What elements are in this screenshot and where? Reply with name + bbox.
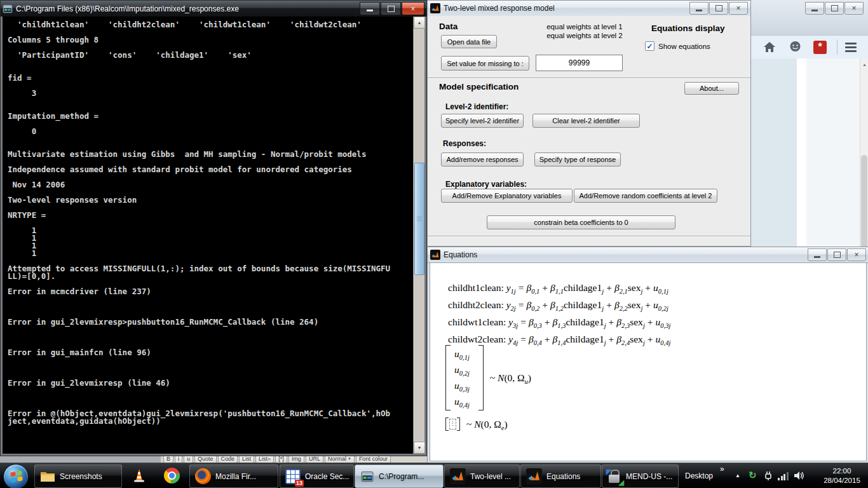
dropdown-icon: ▼ <box>348 457 351 461</box>
matlab-icon <box>450 468 466 484</box>
missing-value-input[interactable] <box>536 55 623 71</box>
explanatory-variables-label: Explanatory variables: <box>445 180 527 189</box>
tray-sync-icon[interactable]: ↻ <box>749 470 757 481</box>
equation-line-1: childht1clean: y1j=β0,1+β1,1childage1j+β… <box>448 282 668 294</box>
model-dialog-window: Two-level mixed response model × Data eq… <box>427 0 751 247</box>
scroll-down-button[interactable]: ▼ <box>414 442 425 454</box>
equations-content: childht1clean: y1j=β0,1+β1,1childage1j+β… <box>430 262 867 461</box>
dialog-title: Two-level mixed response model <box>444 4 686 13</box>
tray-volume-icon[interactable] <box>793 470 804 481</box>
browser-close-button[interactable]: × <box>844 2 864 15</box>
residual-distribution: ~ N(0, Ωe) <box>445 417 508 431</box>
console-titlebar: C:\Program Files (x86)\Realcom\Imputatio… <box>1 1 426 17</box>
taskbar-item-firefox[interactable]: Mozilla Fir... <box>189 464 278 488</box>
equations-close-button[interactable]: × <box>847 248 866 261</box>
console-scrollbar[interactable]: ▲ ▼ <box>413 17 424 454</box>
show-equations-checkbox[interactable]: ✓ <box>645 41 654 51</box>
vlc-icon[interactable] <box>125 464 154 487</box>
taskbar-item-oracle[interactable]: 13 Oracle Sec... <box>280 464 354 488</box>
add-remove-random-coefficients-button[interactable]: Add/Remove random coefficients at level … <box>574 189 717 203</box>
browser-minimize-button[interactable] <box>805 2 824 15</box>
equations-display-heading: Equations display <box>651 24 725 33</box>
scroll-up-icon[interactable]: ▲ <box>860 58 868 67</box>
taskbar-item-mendus[interactable]: ◤◢ MEND-US -... <box>602 464 679 488</box>
browser-toolbar: * <box>749 35 868 59</box>
equations-minimize-button[interactable] <box>808 248 827 261</box>
desktop-toolbar[interactable]: Desktop <box>685 463 713 488</box>
browser-maximize-button[interactable] <box>825 2 844 15</box>
lastpass-icon[interactable]: * <box>813 41 827 54</box>
equations-maximize-button[interactable] <box>827 248 846 261</box>
console-icon <box>3 4 13 14</box>
model-specification-heading: Model specification <box>439 82 519 92</box>
equation-line-2: childht2clean: y2j=β0,2+β1,2childage1j+β… <box>448 299 668 311</box>
toolbar-chevron[interactable]: » <box>720 464 724 473</box>
tray-expand-icon[interactable]: ▲ <box>735 473 740 478</box>
scroll-up-button[interactable]: ▲ <box>414 17 425 29</box>
chrome-icon[interactable] <box>156 464 187 487</box>
set-missing-value-button[interactable]: Set value for missing to : <box>441 56 529 71</box>
weights-note: equal weights at level 1 equal weights a… <box>528 22 641 40</box>
folder-icon <box>40 470 55 482</box>
tray-network-icon[interactable] <box>778 472 789 480</box>
taskbar-item-equations[interactable]: Equations <box>520 464 601 488</box>
browser-titlebar: × <box>749 0 868 35</box>
browser-scrollbar[interactable]: ▲ <box>860 58 868 267</box>
taskbar-item-screenshots[interactable]: Screenshots <box>34 464 122 488</box>
level2-identifier-label: Level-2 identifier: <box>445 102 508 111</box>
menu-icon[interactable] <box>845 43 857 52</box>
toolbar-separator <box>837 39 837 55</box>
lock-sync-icon: ◤◢ <box>607 469 621 484</box>
add-remove-explanatory-button[interactable]: Add/Remove Explanatory variables <box>441 189 573 203</box>
model-dialog-titlebar: Two-level mixed response model × <box>428 1 750 17</box>
dialog-close-button[interactable]: × <box>729 2 748 15</box>
browser-window: × * ▲ <box>749 0 868 267</box>
show-equations-label: Show equations <box>658 43 710 50</box>
console-minimize-button[interactable] <box>360 2 380 15</box>
specify-type-of-response-button[interactable]: Specify type of response <box>534 152 621 166</box>
console-window: C:\Program Files (x86)\Realcom\Imputatio… <box>0 0 427 456</box>
firefox-icon <box>195 468 211 484</box>
u-distribution: ~ N(0, Ωu) <box>490 372 531 384</box>
oracle-grid-icon: 13 <box>285 469 301 484</box>
about-button[interactable]: About... <box>684 82 739 95</box>
matlab-icon <box>430 250 440 260</box>
console-title: C:\Program Files (x86)\Realcom\Imputatio… <box>16 4 356 13</box>
console-text: 'childht1clean' 'childht2clean' 'childwt… <box>8 21 412 425</box>
taskbar-item-console[interactable]: C:\Program... <box>355 464 444 488</box>
console-icon <box>360 470 374 483</box>
clock-date: 28/04/2015 <box>824 476 860 485</box>
matlab-icon <box>430 3 440 13</box>
clock-time: 22:00 <box>833 466 851 476</box>
taskbar: Screenshots Mozilla Fir... 13 Oracle Sec… <box>0 463 868 488</box>
dialog-minimize-button[interactable] <box>689 2 709 15</box>
dialog-maximize-button[interactable] <box>709 2 728 15</box>
windows-logo-icon <box>10 471 22 483</box>
equation-line-4: childwt2clean: y4j=β0,4+β1,4childage1j+β… <box>448 334 670 345</box>
equation-line-3: childwt1clean: y3j=β0,3+β1,3childage1j+β… <box>448 316 670 328</box>
taskbar-item-two-level[interactable]: Two-level ... <box>444 464 520 488</box>
equations-window: Equations × childht1clean: y1j=β0,1+β1,1… <box>427 247 868 464</box>
taskbar-clock[interactable]: 22:00 28/04/2015 <box>817 463 867 488</box>
notification-badge: 13 <box>295 480 304 487</box>
browser-content: ▲ <box>749 58 868 267</box>
equations-titlebar: Equations × <box>428 247 868 263</box>
console-maximize-button[interactable] <box>381 2 401 15</box>
add-remove-responses-button[interactable]: Add/remove responses <box>441 152 524 166</box>
section-divider <box>428 78 750 79</box>
home-icon[interactable] <box>763 41 776 53</box>
residual-vector-placeholder <box>449 419 456 430</box>
responses-label: Responses: <box>443 139 486 148</box>
matlab-icon <box>526 468 542 484</box>
tray-plug-icon[interactable] <box>763 470 773 481</box>
specify-level2-button[interactable]: Specify level-2 identifier <box>441 114 524 128</box>
start-button[interactable] <box>3 464 29 488</box>
open-data-file-button[interactable]: Open data file <box>441 35 497 48</box>
clear-level2-button[interactable]: Clear level-2 identifier <box>532 114 640 128</box>
chat-smiley-icon[interactable] <box>789 41 802 53</box>
random-effects-vector: u0,1j u0,2j u0,3j u0,4j ~ N(0, Ωu) <box>445 345 531 410</box>
equations-title: Equations <box>444 250 804 259</box>
console-close-button[interactable]: × <box>402 2 424 15</box>
console-scroll-thumb[interactable] <box>414 163 424 275</box>
constrain-beta-button[interactable]: constrain beta coefficients to 0 <box>487 215 675 229</box>
